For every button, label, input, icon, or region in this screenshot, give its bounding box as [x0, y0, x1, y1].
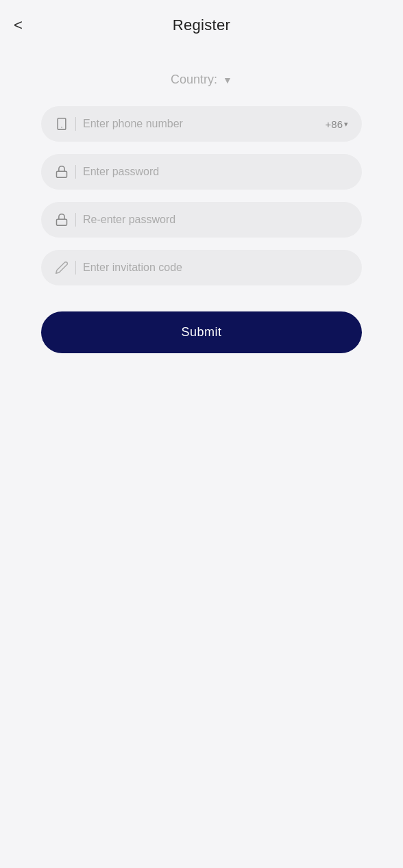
reenter-password-divider: [75, 213, 76, 227]
svg-rect-2: [57, 171, 67, 177]
reenter-password-input-row: [41, 202, 362, 238]
form-container: Country: ▼ +86 ▾: [0, 45, 403, 381]
country-label: Country:: [171, 73, 217, 87]
reenter-password-input[interactable]: [83, 214, 348, 226]
phone-input[interactable]: [83, 118, 319, 130]
svg-rect-3: [57, 219, 67, 225]
phone-code-selector[interactable]: +86 ▾: [326, 118, 348, 130]
invitation-input[interactable]: [83, 261, 348, 274]
country-dropdown-icon: ▼: [223, 75, 232, 86]
password-divider: [75, 165, 76, 179]
phone-code-arrow-icon: ▾: [344, 120, 348, 129]
back-button[interactable]: <: [14, 16, 23, 34]
phone-divider: [75, 117, 76, 131]
back-icon: <: [14, 16, 23, 34]
submit-button[interactable]: Submit: [41, 311, 362, 353]
password-icon: [55, 165, 69, 179]
invitation-icon: [55, 261, 69, 275]
password-input-row: [41, 154, 362, 190]
header: < Register: [0, 0, 403, 45]
phone-icon: [55, 117, 69, 131]
phone-code-value: +86: [326, 118, 343, 130]
invitation-input-row: [41, 250, 362, 285]
country-selector[interactable]: Country: ▼: [171, 73, 232, 87]
reenter-password-icon: [55, 213, 69, 227]
page-title: Register: [173, 16, 230, 34]
password-input[interactable]: [83, 166, 348, 178]
invitation-divider: [75, 261, 76, 275]
svg-rect-0: [58, 118, 66, 130]
phone-input-row: +86 ▾: [41, 106, 362, 142]
